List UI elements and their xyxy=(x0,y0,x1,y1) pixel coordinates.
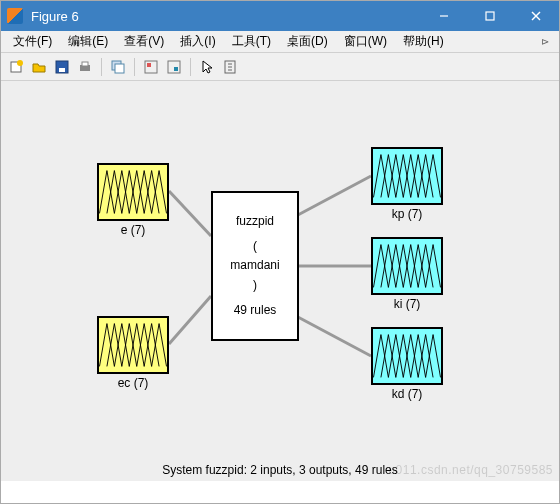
mf-icon xyxy=(99,165,167,219)
svg-rect-15 xyxy=(174,67,178,71)
pointer-icon xyxy=(199,59,215,75)
menu-tools[interactable]: 工具(T) xyxy=(224,31,279,52)
link-axes-off-icon xyxy=(143,59,159,75)
new-figure-icon xyxy=(8,59,24,75)
link-axes-on-icon xyxy=(166,59,182,75)
titlebar: Figure 6 xyxy=(1,1,559,31)
svg-rect-9 xyxy=(82,62,88,66)
system-rules: 49 rules xyxy=(219,301,291,320)
insert-colorbar-button[interactable] xyxy=(219,56,241,78)
system-type-close: ) xyxy=(219,276,291,295)
output-box-kd[interactable] xyxy=(371,327,443,385)
output-label-kd: kd (7) xyxy=(367,387,447,401)
minimize-icon xyxy=(439,11,449,21)
svg-rect-1 xyxy=(486,12,494,20)
figure-canvas: e (7) ec (7) fuzzpid ( mamdani ) 49 rule… xyxy=(1,81,559,481)
menu-help[interactable]: 帮助(H) xyxy=(395,31,452,52)
svg-rect-11 xyxy=(115,64,124,73)
toolbar xyxy=(1,53,559,81)
svg-line-24 xyxy=(296,316,371,356)
close-button[interactable] xyxy=(513,1,559,31)
mf-icon xyxy=(373,239,441,293)
mf-icon xyxy=(373,149,441,203)
maximize-icon xyxy=(485,11,495,21)
input-box-e[interactable] xyxy=(97,163,169,221)
output-box-kp[interactable] xyxy=(371,147,443,205)
window-buttons xyxy=(421,1,559,31)
minimize-button[interactable] xyxy=(421,1,467,31)
watermark: u011.csdn.net/qq_30759585 xyxy=(388,463,553,477)
svg-line-22 xyxy=(296,176,371,216)
svg-point-5 xyxy=(17,60,23,66)
close-icon xyxy=(531,11,541,21)
menubar-chevron-icon[interactable]: ⊳ xyxy=(535,36,555,47)
svg-line-20 xyxy=(169,191,211,236)
menu-desktop[interactable]: 桌面(D) xyxy=(279,31,336,52)
menu-insert[interactable]: 插入(I) xyxy=(172,31,223,52)
save-icon xyxy=(54,59,70,75)
menubar: 文件(F) 编辑(E) 查看(V) 插入(I) 工具(T) 桌面(D) 窗口(W… xyxy=(1,31,559,53)
maximize-button[interactable] xyxy=(467,1,513,31)
output-label-ki: ki (7) xyxy=(367,297,447,311)
input-label-e: e (7) xyxy=(93,223,173,237)
output-label-kp: kp (7) xyxy=(367,207,447,221)
svg-line-21 xyxy=(169,296,211,344)
link-axes-off-button[interactable] xyxy=(140,56,162,78)
mf-icon xyxy=(99,318,167,372)
window-title: Figure 6 xyxy=(31,9,421,24)
copy-figure-icon xyxy=(110,59,126,75)
input-box-ec[interactable] xyxy=(97,316,169,374)
output-box-ki[interactable] xyxy=(371,237,443,295)
menu-edit[interactable]: 编辑(E) xyxy=(60,31,116,52)
menu-window[interactable]: 窗口(W) xyxy=(336,31,395,52)
open-icon xyxy=(31,59,47,75)
print-button[interactable] xyxy=(74,56,96,78)
menu-view[interactable]: 查看(V) xyxy=(116,31,172,52)
input-label-ec: ec (7) xyxy=(93,376,173,390)
save-button[interactable] xyxy=(51,56,73,78)
system-box[interactable]: fuzzpid ( mamdani ) 49 rules xyxy=(211,191,299,341)
svg-rect-13 xyxy=(147,63,151,67)
new-figure-button[interactable] xyxy=(5,56,27,78)
menu-file[interactable]: 文件(F) xyxy=(5,31,60,52)
mf-icon xyxy=(373,329,441,383)
pointer-button[interactable] xyxy=(196,56,218,78)
system-type-open: ( xyxy=(219,237,291,256)
svg-rect-7 xyxy=(59,68,65,72)
copy-figure-button[interactable] xyxy=(107,56,129,78)
open-button[interactable] xyxy=(28,56,50,78)
system-name: fuzzpid xyxy=(219,212,291,231)
link-axes-on-button[interactable] xyxy=(163,56,185,78)
print-icon xyxy=(77,59,93,75)
matlab-logo-icon xyxy=(7,8,23,24)
system-type: mamdani xyxy=(219,256,291,275)
insert-colorbar-icon xyxy=(222,59,238,75)
